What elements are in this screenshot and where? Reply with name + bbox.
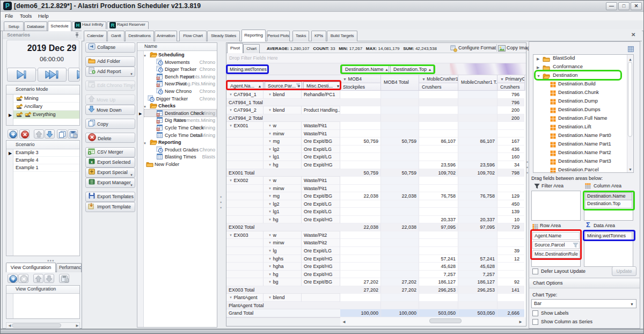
svg-text:x: x: [91, 160, 93, 164]
